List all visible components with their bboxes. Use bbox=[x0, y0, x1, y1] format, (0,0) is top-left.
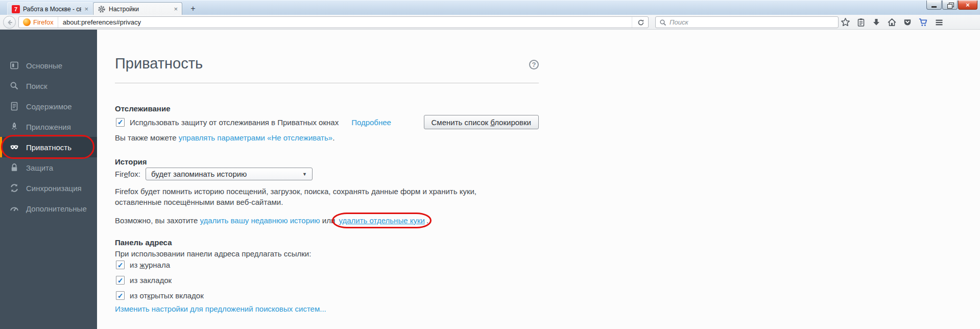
change-search-suggestions-link[interactable]: Изменить настройки для предложений поиск… bbox=[115, 304, 326, 313]
history-mode-dropdown[interactable]: будет запоминать историю ▼ bbox=[146, 168, 313, 180]
restore-icon bbox=[947, 3, 953, 8]
section-header-location-bar: Панель адреса bbox=[115, 238, 172, 247]
identity-badge[interactable]: Firefox bbox=[22, 17, 58, 28]
preferences-content: Приватность ? Отслеживание ✓ Использоват… bbox=[97, 30, 980, 329]
home-icon bbox=[887, 17, 897, 27]
clear-history-row: Возможно, вы захотите удалить вашу недав… bbox=[115, 215, 428, 226]
close-window-button[interactable]: × bbox=[958, 1, 977, 10]
page-title: Приватность bbox=[115, 55, 203, 72]
pocket-button[interactable] bbox=[903, 18, 912, 27]
remove-individual-cookies-link[interactable]: удалить отдельные куки bbox=[339, 216, 424, 225]
sidebar-item-privacy[interactable]: Приватность bbox=[0, 137, 97, 157]
title-bar: 7 Работа в Москве - свежие... × Настройк… bbox=[0, 0, 980, 15]
back-button[interactable] bbox=[3, 16, 16, 29]
reload-button[interactable] bbox=[632, 17, 645, 28]
url-text[interactable]: about:preferences#privacy bbox=[63, 18, 141, 26]
pocket-icon bbox=[903, 18, 912, 27]
download-arrow-icon bbox=[872, 18, 881, 27]
sidebar-item-search[interactable]: Поиск bbox=[0, 76, 97, 96]
checkmark-icon: ✓ bbox=[117, 119, 124, 126]
rocket-icon bbox=[9, 122, 19, 132]
history-mode-row: Firefox: будет запоминать историю ▼ bbox=[115, 168, 313, 180]
manage-dnt-link[interactable]: управлять параметрами «Не отслеживать» bbox=[179, 133, 332, 142]
tab-title: Работа в Москве - свежие... bbox=[23, 6, 81, 13]
clipboard-icon bbox=[856, 18, 866, 27]
sidebar-item-advanced[interactable]: Дополнительные bbox=[0, 198, 97, 219]
chevron-down-icon: ▼ bbox=[302, 172, 307, 177]
dnt-suffix-text: . bbox=[332, 133, 334, 142]
close-tab-icon[interactable]: × bbox=[84, 6, 88, 12]
clear-suffix-text: . bbox=[426, 216, 428, 225]
question-mark-icon: ? bbox=[532, 61, 536, 68]
close-tab-icon[interactable]: × bbox=[174, 6, 178, 12]
tab-rabota-v-moskve[interactable]: 7 Работа в Москве - свежие... × bbox=[7, 2, 93, 15]
change-block-list-button[interactable]: Сменить список блокировки bbox=[424, 115, 539, 129]
sidebar-item-security[interactable]: Защита bbox=[0, 157, 97, 178]
tracking-protection-checkbox[interactable]: ✓ bbox=[116, 118, 125, 127]
annotation-ellipse-remove-cookies: удалить отдельные куки bbox=[332, 213, 431, 228]
checkmark-icon: ✓ bbox=[117, 262, 124, 269]
downloads-button[interactable] bbox=[872, 18, 881, 27]
cart-extension-button[interactable] bbox=[918, 17, 928, 27]
close-icon: × bbox=[966, 2, 970, 8]
url-bar[interactable]: Firefox about:preferences#privacy bbox=[18, 16, 649, 28]
search-icon bbox=[9, 81, 19, 91]
gauge-icon bbox=[9, 203, 19, 214]
sidebar-item-label: Приложения bbox=[26, 123, 71, 131]
help-button[interactable]: ? bbox=[529, 60, 539, 69]
lock-icon bbox=[9, 162, 19, 173]
suggest-history-row: ✓ из журнала bbox=[115, 261, 170, 269]
search-input[interactable] bbox=[670, 18, 834, 26]
general-icon bbox=[9, 60, 19, 70]
checkmark-icon: ✓ bbox=[117, 292, 124, 299]
preferences-sidebar: Основные Поиск Содержимое Приложения bbox=[0, 30, 97, 329]
home-button[interactable] bbox=[887, 17, 897, 27]
title-divider bbox=[115, 83, 539, 83]
navigation-toolbar: Firefox about:preferences#privacy bbox=[0, 15, 980, 30]
site-favicon: 7 bbox=[12, 5, 20, 13]
location-bar-description: При использовании панели адреса предлага… bbox=[115, 249, 311, 258]
tracking-protection-label: Использовать защиту от отслеживания в Пр… bbox=[130, 118, 339, 127]
do-not-track-row: Вы также можете управлять параметрами «Н… bbox=[115, 133, 334, 142]
section-header-tracking: Отслеживание bbox=[115, 104, 170, 113]
suggest-open-tabs-checkbox[interactable]: ✓ bbox=[116, 291, 125, 300]
suggest-bookmarks-checkbox[interactable]: ✓ bbox=[116, 276, 125, 285]
sidebar-item-label: Основные bbox=[26, 61, 62, 70]
sidebar-item-applications[interactable]: Приложения bbox=[0, 116, 97, 137]
gear-icon bbox=[98, 5, 106, 13]
suggest-bookmarks-label: из закладок bbox=[130, 276, 172, 285]
identity-label: Firefox bbox=[33, 18, 54, 26]
sidebar-item-label: Содержимое bbox=[26, 102, 72, 111]
search-bar[interactable] bbox=[655, 16, 839, 28]
sidebar-item-sync[interactable]: Синхронизация bbox=[0, 178, 97, 198]
bookmarks-menu-button[interactable] bbox=[856, 18, 866, 27]
sidebar-item-label: Поиск bbox=[26, 82, 47, 90]
checkmark-icon: ✓ bbox=[117, 277, 124, 284]
window-controls: × bbox=[926, 1, 977, 10]
suggest-bookmarks-row: ✓ из закладок bbox=[115, 276, 172, 285]
tab-settings[interactable]: Настройки × bbox=[93, 2, 182, 15]
minimize-icon bbox=[931, 6, 937, 8]
clear-recent-history-link[interactable]: удалить вашу недавнюю историю bbox=[200, 216, 320, 225]
sidebar-item-label: Защита bbox=[26, 163, 53, 172]
clear-prefix-text: Возможно, вы захотите bbox=[115, 216, 200, 225]
back-arrow-icon bbox=[6, 19, 13, 26]
sync-icon bbox=[9, 183, 19, 193]
sidebar-item-content[interactable]: Содержимое bbox=[0, 96, 97, 116]
new-tab-button[interactable]: + bbox=[187, 4, 199, 13]
minimize-button[interactable] bbox=[926, 1, 942, 10]
firefox-logo-icon bbox=[23, 18, 31, 26]
suggest-history-checkbox[interactable]: ✓ bbox=[116, 261, 125, 269]
sidebar-item-label: Приватность bbox=[26, 143, 71, 152]
learn-more-link[interactable]: Подробнее bbox=[351, 118, 391, 127]
menu-button[interactable] bbox=[934, 18, 944, 27]
history-description: Firefox будет помнить историю посещений,… bbox=[115, 186, 476, 207]
search-icon bbox=[659, 19, 666, 26]
suggest-open-tabs-row: ✓ из открытых вкладок bbox=[115, 291, 204, 300]
restore-button[interactable] bbox=[942, 1, 958, 10]
tab-title: Настройки bbox=[109, 6, 171, 13]
sidebar-item-general[interactable]: Основные bbox=[0, 55, 97, 76]
bookmark-star-button[interactable] bbox=[841, 17, 850, 27]
mask-icon bbox=[9, 142, 19, 152]
suggest-open-tabs-label: из открытых вкладок bbox=[130, 291, 204, 300]
